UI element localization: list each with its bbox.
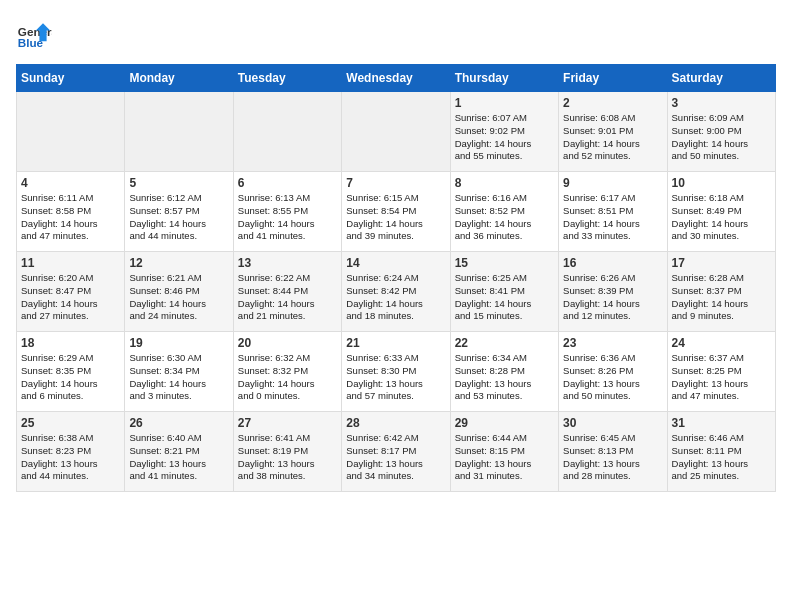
day-number: 20 — [238, 336, 337, 350]
day-cell: 9Sunrise: 6:17 AM Sunset: 8:51 PM Daylig… — [559, 172, 667, 252]
day-cell: 13Sunrise: 6:22 AM Sunset: 8:44 PM Dayli… — [233, 252, 341, 332]
day-cell: 22Sunrise: 6:34 AM Sunset: 8:28 PM Dayli… — [450, 332, 558, 412]
day-info: Sunrise: 6:34 AM Sunset: 8:28 PM Dayligh… — [455, 352, 554, 403]
day-cell: 15Sunrise: 6:25 AM Sunset: 8:41 PM Dayli… — [450, 252, 558, 332]
day-info: Sunrise: 6:30 AM Sunset: 8:34 PM Dayligh… — [129, 352, 228, 403]
day-cell: 10Sunrise: 6:18 AM Sunset: 8:49 PM Dayli… — [667, 172, 775, 252]
day-number: 19 — [129, 336, 228, 350]
day-info: Sunrise: 6:44 AM Sunset: 8:15 PM Dayligh… — [455, 432, 554, 483]
day-number: 7 — [346, 176, 445, 190]
day-cell — [233, 92, 341, 172]
day-info: Sunrise: 6:08 AM Sunset: 9:01 PM Dayligh… — [563, 112, 662, 163]
day-number: 25 — [21, 416, 120, 430]
header: General Blue — [16, 16, 776, 52]
day-header-monday: Monday — [125, 65, 233, 92]
day-number: 1 — [455, 96, 554, 110]
day-info: Sunrise: 6:21 AM Sunset: 8:46 PM Dayligh… — [129, 272, 228, 323]
day-info: Sunrise: 6:22 AM Sunset: 8:44 PM Dayligh… — [238, 272, 337, 323]
day-number: 27 — [238, 416, 337, 430]
day-info: Sunrise: 6:20 AM Sunset: 8:47 PM Dayligh… — [21, 272, 120, 323]
day-cell: 23Sunrise: 6:36 AM Sunset: 8:26 PM Dayli… — [559, 332, 667, 412]
day-info: Sunrise: 6:18 AM Sunset: 8:49 PM Dayligh… — [672, 192, 771, 243]
day-info: Sunrise: 6:24 AM Sunset: 8:42 PM Dayligh… — [346, 272, 445, 323]
day-number: 9 — [563, 176, 662, 190]
day-number: 29 — [455, 416, 554, 430]
day-cell: 20Sunrise: 6:32 AM Sunset: 8:32 PM Dayli… — [233, 332, 341, 412]
day-info: Sunrise: 6:16 AM Sunset: 8:52 PM Dayligh… — [455, 192, 554, 243]
day-info: Sunrise: 6:42 AM Sunset: 8:17 PM Dayligh… — [346, 432, 445, 483]
day-cell: 6Sunrise: 6:13 AM Sunset: 8:55 PM Daylig… — [233, 172, 341, 252]
day-info: Sunrise: 6:40 AM Sunset: 8:21 PM Dayligh… — [129, 432, 228, 483]
day-info: Sunrise: 6:12 AM Sunset: 8:57 PM Dayligh… — [129, 192, 228, 243]
day-cell: 17Sunrise: 6:28 AM Sunset: 8:37 PM Dayli… — [667, 252, 775, 332]
day-cell: 24Sunrise: 6:37 AM Sunset: 8:25 PM Dayli… — [667, 332, 775, 412]
day-number: 15 — [455, 256, 554, 270]
day-cell: 4Sunrise: 6:11 AM Sunset: 8:58 PM Daylig… — [17, 172, 125, 252]
week-row-3: 11Sunrise: 6:20 AM Sunset: 8:47 PM Dayli… — [17, 252, 776, 332]
day-cell — [125, 92, 233, 172]
day-info: Sunrise: 6:28 AM Sunset: 8:37 PM Dayligh… — [672, 272, 771, 323]
day-cell: 30Sunrise: 6:45 AM Sunset: 8:13 PM Dayli… — [559, 412, 667, 492]
day-cell: 28Sunrise: 6:42 AM Sunset: 8:17 PM Dayli… — [342, 412, 450, 492]
day-number: 26 — [129, 416, 228, 430]
day-cell: 3Sunrise: 6:09 AM Sunset: 9:00 PM Daylig… — [667, 92, 775, 172]
day-cell: 29Sunrise: 6:44 AM Sunset: 8:15 PM Dayli… — [450, 412, 558, 492]
day-number: 5 — [129, 176, 228, 190]
day-cell: 27Sunrise: 6:41 AM Sunset: 8:19 PM Dayli… — [233, 412, 341, 492]
day-info: Sunrise: 6:41 AM Sunset: 8:19 PM Dayligh… — [238, 432, 337, 483]
day-cell: 31Sunrise: 6:46 AM Sunset: 8:11 PM Dayli… — [667, 412, 775, 492]
day-number: 11 — [21, 256, 120, 270]
day-info: Sunrise: 6:38 AM Sunset: 8:23 PM Dayligh… — [21, 432, 120, 483]
day-cell: 18Sunrise: 6:29 AM Sunset: 8:35 PM Dayli… — [17, 332, 125, 412]
day-number: 12 — [129, 256, 228, 270]
day-cell: 25Sunrise: 6:38 AM Sunset: 8:23 PM Dayli… — [17, 412, 125, 492]
week-row-1: 1Sunrise: 6:07 AM Sunset: 9:02 PM Daylig… — [17, 92, 776, 172]
day-cell: 2Sunrise: 6:08 AM Sunset: 9:01 PM Daylig… — [559, 92, 667, 172]
day-header-friday: Friday — [559, 65, 667, 92]
week-row-4: 18Sunrise: 6:29 AM Sunset: 8:35 PM Dayli… — [17, 332, 776, 412]
day-number: 16 — [563, 256, 662, 270]
day-cell — [17, 92, 125, 172]
day-number: 30 — [563, 416, 662, 430]
week-row-5: 25Sunrise: 6:38 AM Sunset: 8:23 PM Dayli… — [17, 412, 776, 492]
day-info: Sunrise: 6:45 AM Sunset: 8:13 PM Dayligh… — [563, 432, 662, 483]
day-info: Sunrise: 6:17 AM Sunset: 8:51 PM Dayligh… — [563, 192, 662, 243]
day-info: Sunrise: 6:07 AM Sunset: 9:02 PM Dayligh… — [455, 112, 554, 163]
day-number: 23 — [563, 336, 662, 350]
day-number: 21 — [346, 336, 445, 350]
day-cell: 19Sunrise: 6:30 AM Sunset: 8:34 PM Dayli… — [125, 332, 233, 412]
day-header-wednesday: Wednesday — [342, 65, 450, 92]
day-info: Sunrise: 6:15 AM Sunset: 8:54 PM Dayligh… — [346, 192, 445, 243]
day-number: 8 — [455, 176, 554, 190]
day-number: 24 — [672, 336, 771, 350]
week-row-2: 4Sunrise: 6:11 AM Sunset: 8:58 PM Daylig… — [17, 172, 776, 252]
day-number: 22 — [455, 336, 554, 350]
day-number: 10 — [672, 176, 771, 190]
day-info: Sunrise: 6:33 AM Sunset: 8:30 PM Dayligh… — [346, 352, 445, 403]
day-number: 14 — [346, 256, 445, 270]
day-info: Sunrise: 6:11 AM Sunset: 8:58 PM Dayligh… — [21, 192, 120, 243]
day-cell: 11Sunrise: 6:20 AM Sunset: 8:47 PM Dayli… — [17, 252, 125, 332]
day-number: 3 — [672, 96, 771, 110]
day-info: Sunrise: 6:13 AM Sunset: 8:55 PM Dayligh… — [238, 192, 337, 243]
day-cell: 5Sunrise: 6:12 AM Sunset: 8:57 PM Daylig… — [125, 172, 233, 252]
day-info: Sunrise: 6:46 AM Sunset: 8:11 PM Dayligh… — [672, 432, 771, 483]
day-header-tuesday: Tuesday — [233, 65, 341, 92]
day-info: Sunrise: 6:25 AM Sunset: 8:41 PM Dayligh… — [455, 272, 554, 323]
day-number: 28 — [346, 416, 445, 430]
day-cell: 16Sunrise: 6:26 AM Sunset: 8:39 PM Dayli… — [559, 252, 667, 332]
day-info: Sunrise: 6:09 AM Sunset: 9:00 PM Dayligh… — [672, 112, 771, 163]
day-number: 17 — [672, 256, 771, 270]
logo-icon: General Blue — [16, 16, 52, 52]
day-cell: 26Sunrise: 6:40 AM Sunset: 8:21 PM Dayli… — [125, 412, 233, 492]
day-info: Sunrise: 6:37 AM Sunset: 8:25 PM Dayligh… — [672, 352, 771, 403]
day-number: 13 — [238, 256, 337, 270]
logo: General Blue — [16, 16, 56, 52]
day-info: Sunrise: 6:32 AM Sunset: 8:32 PM Dayligh… — [238, 352, 337, 403]
day-cell — [342, 92, 450, 172]
day-cell: 7Sunrise: 6:15 AM Sunset: 8:54 PM Daylig… — [342, 172, 450, 252]
day-number: 2 — [563, 96, 662, 110]
day-info: Sunrise: 6:36 AM Sunset: 8:26 PM Dayligh… — [563, 352, 662, 403]
day-number: 18 — [21, 336, 120, 350]
day-cell: 21Sunrise: 6:33 AM Sunset: 8:30 PM Dayli… — [342, 332, 450, 412]
